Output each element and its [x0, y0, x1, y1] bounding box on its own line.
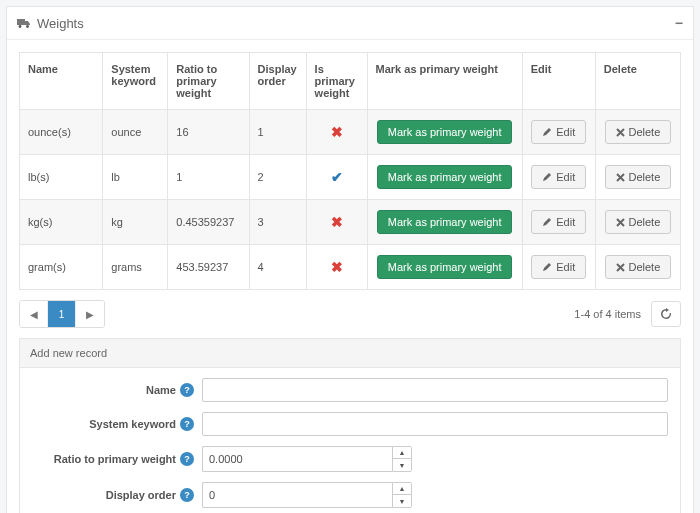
pencil-icon: [542, 172, 552, 182]
help-icon[interactable]: ?: [180, 383, 194, 397]
pencil-icon: [542, 217, 552, 227]
col-edit: Edit: [522, 53, 595, 110]
weights-panel: Weights − Name System keyword Ratio to p…: [6, 6, 694, 513]
mark-primary-button[interactable]: Mark as primary weight: [377, 210, 513, 234]
help-icon[interactable]: ?: [180, 452, 194, 466]
label-system-keyword: System keyword: [89, 418, 176, 430]
delete-button[interactable]: Delete: [605, 165, 672, 189]
primary-false: ✖: [306, 245, 367, 290]
pager-prev[interactable]: ◀: [20, 301, 48, 327]
weights-table: Name System keyword Ratio to primary wei…: [19, 52, 681, 290]
primary-false: ✖: [306, 200, 367, 245]
label-name: Name: [146, 384, 176, 396]
cell-name: lb(s): [20, 155, 103, 200]
refresh-icon: [660, 308, 672, 320]
panel-body: Name System keyword Ratio to primary wei…: [7, 40, 693, 513]
pager-next[interactable]: ▶: [76, 301, 104, 327]
name-input[interactable]: [202, 378, 668, 402]
close-icon: [616, 128, 625, 137]
col-ratio[interactable]: Ratio to primary weight: [168, 53, 249, 110]
add-record-header: Add new record: [20, 339, 680, 368]
table-row: kg(s)kg0.453592373✖Mark as primary weigh…: [20, 200, 681, 245]
pager-info: 1-4 of 4 items: [574, 308, 641, 320]
panel-title: Weights: [37, 16, 675, 31]
primary-true: ✔: [306, 155, 367, 200]
add-record-panel: Add new record Name ? System keyword ? R…: [19, 338, 681, 513]
order-spinner: ▲ ▼: [392, 482, 412, 508]
close-icon: [616, 263, 625, 272]
table-row: gram(s)grams453.592374✖Mark as primary w…: [20, 245, 681, 290]
cell-ratio: 453.59237: [168, 245, 249, 290]
form-row-ratio: Ratio to primary weight ? ▲ ▼: [32, 446, 668, 472]
label-ratio: Ratio to primary weight: [54, 453, 176, 465]
mark-primary-button[interactable]: Mark as primary weight: [377, 165, 513, 189]
display-order-input[interactable]: [202, 482, 392, 508]
col-name[interactable]: Name: [20, 53, 103, 110]
col-delete: Delete: [595, 53, 680, 110]
pencil-icon: [542, 127, 552, 137]
collapse-button[interactable]: −: [675, 15, 683, 31]
cell-keyword: lb: [103, 155, 168, 200]
cell-order: 3: [249, 200, 306, 245]
edit-button[interactable]: Edit: [531, 165, 586, 189]
cell-ratio: 0.45359237: [168, 200, 249, 245]
pager: ◀ 1 ▶ 1-4 of 4 items: [19, 300, 681, 328]
table-row: ounce(s)ounce161✖Mark as primary weightE…: [20, 110, 681, 155]
cell-keyword: grams: [103, 245, 168, 290]
cell-keyword: kg: [103, 200, 168, 245]
delete-button[interactable]: Delete: [605, 120, 672, 144]
refresh-button[interactable]: [651, 301, 681, 327]
svg-point-2: [26, 25, 29, 28]
col-system-keyword[interactable]: System keyword: [103, 53, 168, 110]
form-row-order: Display order ? ▲ ▼: [32, 482, 668, 508]
mark-primary-button[interactable]: Mark as primary weight: [377, 255, 513, 279]
svg-rect-0: [17, 19, 25, 25]
cell-order: 1: [249, 110, 306, 155]
ratio-spinner: ▲ ▼: [392, 446, 412, 472]
close-icon: [616, 218, 625, 227]
cell-order: 2: [249, 155, 306, 200]
cell-ratio: 16: [168, 110, 249, 155]
ratio-spin-down[interactable]: ▼: [393, 459, 411, 471]
panel-header: Weights −: [7, 7, 693, 40]
cell-order: 4: [249, 245, 306, 290]
delete-button[interactable]: Delete: [605, 210, 672, 234]
table-header-row: Name System keyword Ratio to primary wei…: [20, 53, 681, 110]
cell-keyword: ounce: [103, 110, 168, 155]
cell-ratio: 1: [168, 155, 249, 200]
table-row: lb(s)lb12✔Mark as primary weightEditDele…: [20, 155, 681, 200]
delete-button[interactable]: Delete: [605, 255, 672, 279]
cell-name: gram(s): [20, 245, 103, 290]
cell-name: ounce(s): [20, 110, 103, 155]
col-is-primary[interactable]: Is primary weight: [306, 53, 367, 110]
pager-page-1[interactable]: 1: [48, 301, 76, 327]
order-spin-down[interactable]: ▼: [393, 495, 411, 507]
edit-button[interactable]: Edit: [531, 255, 586, 279]
cell-name: kg(s): [20, 200, 103, 245]
ratio-input[interactable]: [202, 446, 392, 472]
help-icon[interactable]: ?: [180, 488, 194, 502]
primary-false: ✖: [306, 110, 367, 155]
close-icon: [616, 173, 625, 182]
pager-group: ◀ 1 ▶: [19, 300, 105, 328]
ratio-spin-up[interactable]: ▲: [393, 447, 411, 459]
order-spin-up[interactable]: ▲: [393, 483, 411, 495]
system-keyword-input[interactable]: [202, 412, 668, 436]
mark-primary-button[interactable]: Mark as primary weight: [377, 120, 513, 144]
truck-icon: [17, 17, 31, 29]
label-display-order: Display order: [106, 489, 176, 501]
edit-button[interactable]: Edit: [531, 120, 586, 144]
edit-button[interactable]: Edit: [531, 210, 586, 234]
col-display-order[interactable]: Display order: [249, 53, 306, 110]
help-icon[interactable]: ?: [180, 417, 194, 431]
form-row-name: Name ?: [32, 378, 668, 402]
col-mark-primary: Mark as primary weight: [367, 53, 522, 110]
svg-point-1: [19, 25, 22, 28]
form-row-keyword: System keyword ?: [32, 412, 668, 436]
pencil-icon: [542, 262, 552, 272]
